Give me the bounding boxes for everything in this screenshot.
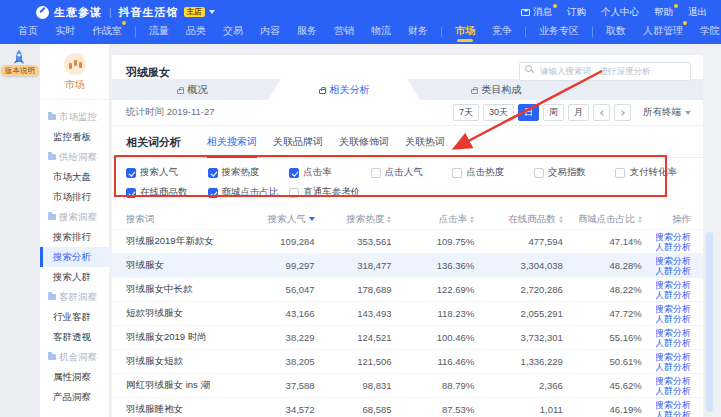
crowd-analysis-link[interactable]: 人群分析 [656, 362, 691, 372]
stat-time: 统计时间 2019-11-27 [126, 106, 215, 119]
nav-item[interactable]: 交易 [223, 22, 243, 42]
col-search-popularity[interactable]: 搜索人气 [260, 213, 331, 226]
word-tab[interactable]: 相关搜索词 [207, 135, 257, 157]
sidebar-item[interactable]: 搜索分析 [40, 247, 109, 267]
crowd-analysis-link[interactable]: 人群分析 [656, 410, 691, 417]
metric-checkbox[interactable]: 直通车参考价 [289, 186, 371, 199]
date-range-button[interactable]: 周 [543, 104, 564, 121]
metric-checkbox[interactable]: 搜索热度 [208, 166, 290, 179]
nav-item[interactable]: 财务 [408, 22, 428, 42]
table-row[interactable]: 羽绒服2019年新款女 109,284 353,561 109.75% 477,… [112, 229, 703, 253]
nav-item[interactable] [592, 27, 593, 37]
analysis-tab[interactable]: 相关分析 [268, 79, 420, 100]
table-row[interactable]: 羽绒服女 99,297 318,477 136.36% 3,304,038 48… [112, 253, 703, 277]
table-row[interactable]: 羽绒服女短款 38,205 121,506 116.46% 1,336,229 … [112, 349, 703, 373]
sidebar-item[interactable]: 市场排行 [40, 187, 109, 207]
metric-checkbox[interactable]: 点击率 [289, 166, 371, 179]
table-row[interactable]: 短款羽绒服女 43,166 143,493 118.23% 2,055,291 … [112, 301, 703, 325]
metric-checkbox[interactable]: 点击人气 [371, 166, 453, 179]
search-analysis-link[interactable]: 搜索分析 [656, 232, 691, 242]
sidebar-item[interactable]: 市场监控 [40, 107, 109, 127]
topbar-menu-item[interactable]: 订购 [567, 6, 586, 19]
nav-item[interactable] [441, 27, 442, 37]
nav-item[interactable]: 作战室 [92, 22, 122, 42]
metric-checkbox[interactable]: 交易指数 [534, 166, 616, 179]
nav-item[interactable]: 品类 [186, 22, 206, 42]
nav-item[interactable]: 服务 [297, 22, 317, 42]
date-range-button[interactable]: 7天 [453, 104, 479, 121]
metric-checkbox[interactable]: 搜索人气 [126, 166, 208, 179]
sidebar-item[interactable]: 机会洞察 [40, 347, 109, 367]
col-online-items[interactable]: 在线商品数 [490, 213, 579, 226]
next-period-button[interactable] [614, 104, 631, 121]
sidebar-item[interactable]: 客群透视 [40, 327, 109, 347]
sidebar-item[interactable]: 行业客群 [40, 307, 109, 327]
nav-item[interactable] [525, 27, 526, 37]
nav-item[interactable]: 业务专区 [539, 22, 579, 42]
crowd-analysis-link[interactable]: 人群分析 [656, 290, 691, 300]
crowd-analysis-link[interactable]: 人群分析 [656, 314, 691, 324]
nav-item[interactable]: 首页 [18, 22, 38, 42]
search-analysis-link[interactable]: 搜索分析 [656, 352, 691, 362]
nav-item[interactable]: 流量 [149, 22, 169, 42]
search-analysis-link[interactable]: 搜索分析 [656, 376, 691, 386]
nav-item[interactable] [135, 27, 136, 37]
word-tab[interactable]: 关联品牌词 [273, 135, 323, 157]
nav-item[interactable]: 实时 [55, 22, 75, 42]
table-row[interactable]: 网红羽绒服女 ins 潮 37,588 98,831 88.79% 2,366 … [112, 373, 703, 397]
sidebar-item[interactable]: 产品洞察 [40, 387, 109, 407]
analysis-tab[interactable]: 类目构成 [420, 79, 572, 100]
nav-item[interactable]: 内容 [260, 22, 280, 42]
table-row[interactable]: 羽绒服睡袍女 34,572 68,585 87.53% 1,011 46.19%… [112, 397, 703, 417]
date-range-button[interactable]: 30天 [483, 104, 514, 121]
col-click-rate[interactable]: 点击率 [407, 213, 490, 226]
topbar-menu-item[interactable]: 消息 [521, 6, 552, 19]
topbar-menu-item[interactable]: 退出 [688, 6, 707, 19]
analysis-tab[interactable]: 概况 [116, 79, 268, 100]
date-range-button[interactable]: 日 [518, 104, 539, 121]
crowd-analysis-link[interactable]: 人群分析 [656, 386, 691, 396]
search-input[interactable] [519, 62, 691, 81]
table-row[interactable]: 羽绒服女中长款 56,047 178,689 122.69% 2,720,286… [112, 277, 703, 301]
word-tab[interactable]: 关联热词 [405, 135, 445, 157]
sidebar-item[interactable]: 搜索排行 [40, 227, 109, 247]
topbar-menu-item[interactable]: 个人中心 [601, 6, 639, 19]
nav-item[interactable]: 竞争 [492, 22, 512, 42]
table-row[interactable]: 羽绒服女2019 时尚 38,229 124,521 100.46% 3,732… [112, 325, 703, 349]
metric-checkbox[interactable]: 点击热度 [452, 166, 534, 179]
metric-checkbox[interactable]: 支付转化率 [615, 166, 697, 179]
search-analysis-link[interactable]: 搜索分析 [656, 280, 691, 290]
word-tab[interactable]: 关联修饰词 [339, 135, 389, 157]
crowd-analysis-link[interactable]: 人群分析 [656, 242, 691, 252]
sidebar-item[interactable]: 属性洞察 [40, 367, 109, 387]
nav-item[interactable]: 学院 [700, 22, 720, 42]
search-analysis-link[interactable]: 搜索分析 [656, 400, 691, 410]
sidebar-item[interactable]: 客群洞察 [40, 287, 109, 307]
terminal-filter-dropdown[interactable]: 所有终端 [643, 106, 691, 119]
metric-checkbox[interactable]: 在线商品数 [126, 186, 208, 199]
sidebar-item[interactable]: 搜索洞察 [40, 207, 109, 227]
sidebar-item[interactable]: 监控看板 [40, 127, 109, 147]
nav-item[interactable]: 物流 [371, 22, 391, 42]
nav-item[interactable]: 营销 [334, 22, 354, 42]
col-search-heat[interactable]: 搜索热度 [331, 213, 408, 226]
search-analysis-link[interactable]: 搜索分析 [656, 304, 691, 314]
crowd-analysis-link[interactable]: 人群分析 [656, 266, 691, 276]
nav-item[interactable]: 人群管理 [643, 22, 683, 42]
nav-item[interactable]: 市场 [455, 22, 475, 42]
nav-item[interactable]: 取数 [606, 22, 626, 42]
prev-period-button[interactable] [593, 104, 610, 121]
version-badge[interactable]: 版本说明 [1, 65, 39, 76]
sidebar-item[interactable]: 搜索人群 [40, 267, 109, 287]
date-range-button[interactable]: 月 [568, 104, 589, 121]
metric-checkbox[interactable]: 商城点击占比 [208, 186, 290, 199]
crowd-analysis-link[interactable]: 人群分析 [656, 338, 691, 348]
shop-switch-caret-icon[interactable] [209, 10, 215, 14]
topbar-menu-item[interactable]: 帮助 [654, 6, 673, 19]
sidebar-item[interactable]: 市场大盘 [40, 167, 109, 187]
vertical-scrollbar[interactable] [706, 232, 713, 412]
col-mall-click-ratio[interactable]: 商城点击占比 [579, 213, 656, 226]
search-analysis-link[interactable]: 搜索分析 [656, 256, 691, 266]
sidebar-item[interactable]: 供给洞察 [40, 147, 109, 167]
search-analysis-link[interactable]: 搜索分析 [656, 328, 691, 338]
